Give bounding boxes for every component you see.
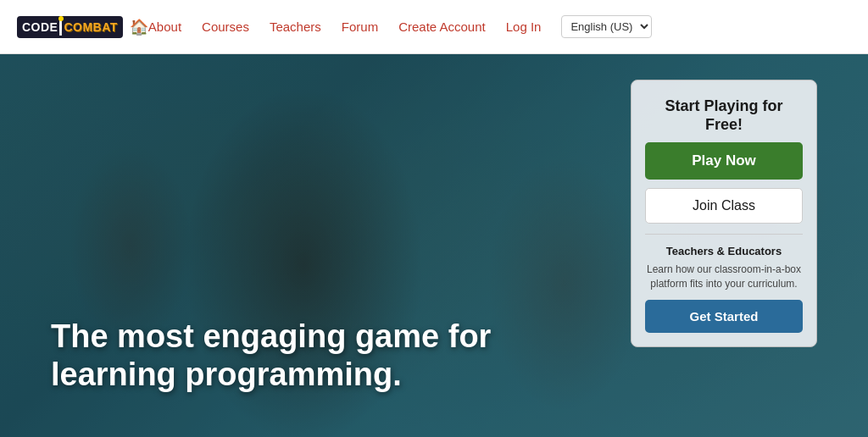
- home-icon: 🏠: [130, 18, 148, 36]
- teachers-description: Learn how our classroom-in-a-box platfor…: [645, 263, 803, 291]
- navbar: CODE COMBAT 🏠 About Courses Teachers For…: [0, 0, 868, 54]
- logo-box: CODE COMBAT: [17, 16, 123, 38]
- logo-code: CODE: [22, 20, 58, 34]
- sword-icon: [59, 19, 62, 36]
- nav-teachers[interactable]: Teachers: [270, 19, 321, 34]
- cta-card: Start Playing for Free! Play Now Join Cl…: [631, 80, 817, 347]
- nav-create-account[interactable]: Create Account: [398, 19, 486, 34]
- teachers-title: Teachers & Educators: [645, 245, 803, 257]
- hero-tagline-line1: The most engaging game for: [51, 318, 491, 354]
- nav-login[interactable]: Log In: [506, 19, 542, 34]
- nav-forum[interactable]: Forum: [342, 19, 378, 34]
- play-now-button[interactable]: Play Now: [645, 142, 803, 180]
- card-divider: [645, 234, 803, 235]
- join-class-button[interactable]: Join Class: [645, 188, 803, 224]
- nav-courses[interactable]: Courses: [202, 19, 249, 34]
- get-started-button[interactable]: Get Started: [645, 300, 803, 333]
- hero-section: The most engaging game for learning prog…: [0, 54, 868, 437]
- language-selector[interactable]: English (US) Español Français Deutsch 中文: [561, 15, 652, 38]
- hero-tagline-line2: learning programming.: [51, 357, 402, 392]
- hero-tagline: The most engaging game for learning prog…: [51, 318, 491, 395]
- nav-about[interactable]: About: [148, 19, 181, 34]
- nav-links: About Courses Teachers Forum Create Acco…: [148, 15, 851, 38]
- teachers-section: Teachers & Educators Learn how our class…: [645, 245, 803, 291]
- logo-combat: COMBAT: [64, 20, 117, 34]
- logo-link[interactable]: CODE COMBAT 🏠: [17, 16, 148, 38]
- cta-title: Start Playing for Free!: [645, 97, 803, 134]
